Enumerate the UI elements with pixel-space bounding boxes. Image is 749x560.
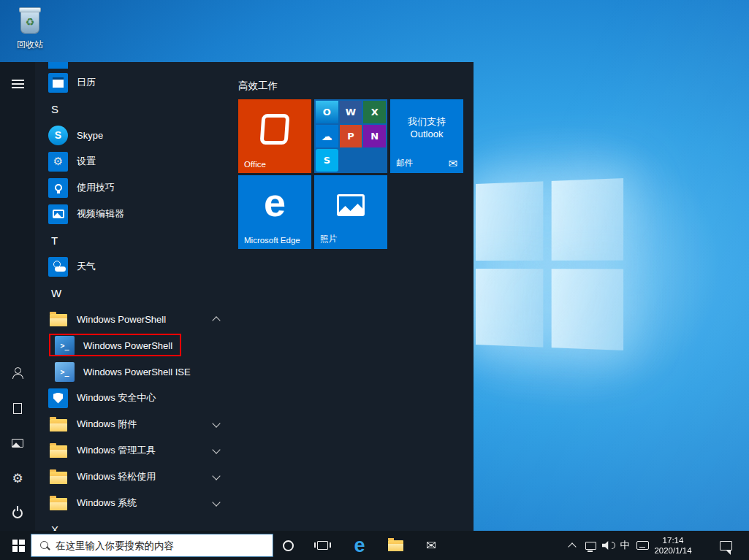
app-label: Windows PowerShell ISE: [83, 367, 191, 377]
folder-icon: [48, 467, 68, 487]
tray-overflow-button[interactable]: [564, 531, 580, 560]
clock-tray[interactable]: 17:14 2020/1/14: [650, 531, 696, 560]
app-list: 日历 S S Skype ⚙ 设置 使用技巧 视频编辑器 T 天气 W: [35, 62, 238, 531]
photos-icon: [337, 194, 365, 216]
network-icon: [585, 542, 596, 550]
tile-office-folder[interactable]: O W X ☁ P N S: [314, 99, 387, 173]
empty-cell: [340, 149, 362, 172]
excel-icon: X: [363, 101, 386, 123]
tile-label: Office: [244, 160, 266, 169]
volume-tray-button[interactable]: [600, 531, 617, 560]
user-icon: [12, 367, 23, 379]
tile-group-title[interactable]: 高效工作: [238, 80, 278, 93]
tile-label: Microsoft Edge: [244, 236, 300, 245]
app-label: 天气: [77, 260, 96, 273]
folder-item-windows-accessories[interactable]: Windows 附件: [35, 411, 238, 437]
folder-icon: [388, 540, 403, 551]
app-label: Windows 附件: [77, 418, 137, 431]
windows-logo-icon: [12, 540, 25, 552]
app-item-windows-powershell-ise[interactable]: >_ Windows PowerShell ISE: [35, 358, 238, 385]
section-header-w[interactable]: W: [35, 280, 238, 306]
app-item-windows-powershell[interactable]: >_ Windows PowerShell: [35, 332, 238, 358]
logo-pane: [476, 181, 543, 260]
powerpoint-icon: P: [340, 125, 362, 147]
task-view-button[interactable]: [313, 531, 332, 560]
sun-cloud-glyph: [51, 261, 66, 272]
app-label: 日历: [77, 76, 96, 89]
folder-glyph: [50, 445, 67, 458]
app-label: Windows 管理工具: [77, 444, 156, 457]
video-glyph: [53, 210, 64, 218]
section-header-t[interactable]: T: [35, 227, 238, 253]
onenote-icon: N: [363, 125, 386, 147]
app-label: Skype: [77, 130, 103, 141]
tile-label: 照片: [320, 234, 337, 245]
powershell-icon: >_: [55, 336, 75, 356]
tray-date: 2020/1/14: [654, 545, 691, 556]
app-label: Windows 安全中心: [77, 391, 156, 404]
tile-office[interactable]: Office: [238, 99, 311, 173]
expand-menu-button[interactable]: [0, 66, 35, 101]
section-header-x[interactable]: X: [35, 516, 238, 531]
start-menu: ⚙ 日历 S S Skype ⚙ 设置 使用技巧 视频编辑器 T: [0, 62, 474, 531]
app-item-skype[interactable]: S Skype: [35, 122, 238, 148]
edge-taskbar-button[interactable]: e: [350, 531, 369, 560]
empty-cell: [363, 149, 386, 172]
outlook-icon: O: [316, 101, 338, 123]
folder-glyph: [50, 472, 67, 484]
search-input[interactable]: [56, 540, 267, 551]
app-item-tips[interactable]: 使用技巧: [35, 174, 238, 201]
folder-item-windows-admin-tools[interactable]: Windows 管理工具: [35, 437, 238, 464]
task-view-icon: [317, 541, 328, 550]
mail-promo-text: 我们支持 Outlook: [390, 115, 463, 140]
touch-keyboard-button[interactable]: [634, 531, 651, 560]
taskbar-search-box[interactable]: [31, 534, 273, 557]
network-tray-button[interactable]: [582, 531, 599, 560]
folder-item-windows-ease-of-access[interactable]: Windows 轻松使用: [35, 464, 238, 490]
app-label: 使用技巧: [77, 181, 115, 194]
folder-icon: [48, 415, 68, 434]
tile-mail[interactable]: 我们支持 Outlook 邮件 ✉: [390, 99, 463, 173]
app-item-calendar[interactable]: 日历: [35, 69, 238, 96]
app-label: Windows PowerShell: [77, 314, 166, 325]
app-item-settings[interactable]: ⚙ 设置: [35, 148, 238, 174]
word-icon: W: [340, 101, 362, 123]
taskbar: e ✉ 中 17:14 2020/1/14: [0, 531, 749, 560]
keyboard-icon: [636, 541, 649, 550]
tile-photos[interactable]: 照片: [314, 175, 387, 249]
ime-indicator[interactable]: 中: [617, 531, 633, 560]
settings-button[interactable]: ⚙: [0, 461, 35, 496]
chevron-down-icon: [212, 445, 220, 453]
chevron-down-icon: [212, 419, 220, 427]
documents-button[interactable]: [0, 391, 35, 426]
app-item-video-editor[interactable]: 视频编辑器: [35, 201, 238, 227]
section-header-s[interactable]: S: [35, 96, 238, 122]
pictures-button[interactable]: [0, 426, 35, 461]
calendar-icon: [48, 73, 68, 93]
app-label: Windows 系统: [77, 496, 137, 510]
folder-icon: [48, 310, 68, 329]
app-label: Windows 轻松使用: [77, 470, 156, 483]
envelope-icon: ✉: [448, 157, 457, 170]
folder-item-windows-powershell[interactable]: Windows PowerShell: [35, 306, 238, 332]
action-center-button[interactable]: [715, 531, 737, 560]
folder-item-windows-system[interactable]: Windows 系统: [35, 490, 238, 516]
tray-time: 17:14: [663, 535, 684, 545]
user-button[interactable]: [0, 356, 35, 391]
logo-pane: [551, 269, 623, 350]
edge-icon: e: [238, 180, 311, 225]
power-button[interactable]: [0, 496, 35, 531]
start-button[interactable]: [6, 531, 31, 560]
app-item-windows-security[interactable]: Windows 安全中心: [35, 385, 238, 411]
onedrive-icon: ☁: [316, 125, 338, 147]
app-item-weather[interactable]: 天气: [35, 253, 238, 280]
recycle-bin-shortcut[interactable]: ♻ 回收站: [10, 6, 50, 51]
cortana-button[interactable]: [278, 531, 297, 560]
start-rail: ⚙: [0, 62, 35, 531]
calendar-glyph: [53, 77, 64, 88]
powershell-ise-icon: >_: [55, 362, 75, 382]
file-explorer-button[interactable]: [386, 531, 405, 560]
mail-promo-line1: 我们支持: [390, 115, 463, 128]
tile-microsoft-edge[interactable]: e Microsoft Edge: [238, 175, 311, 249]
mail-taskbar-button[interactable]: ✉: [422, 531, 441, 560]
